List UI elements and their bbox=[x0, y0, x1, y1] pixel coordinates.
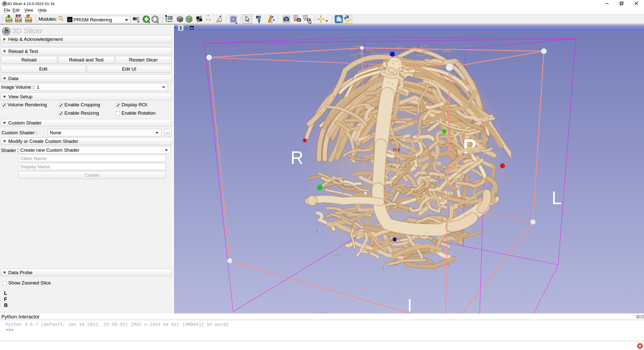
svg-text:I: I bbox=[407, 296, 412, 313]
svg-text:E: E bbox=[340, 19, 342, 23]
svg-text:1: 1 bbox=[179, 25, 182, 30]
svg-text:R: R bbox=[291, 148, 304, 168]
svg-text:*: * bbox=[206, 18, 207, 23]
svg-text:ROI: ROI bbox=[393, 148, 400, 152]
svg-text:DCM: DCM bbox=[16, 19, 21, 22]
svg-text:*: * bbox=[209, 18, 210, 23]
svg-text:SAVE: SAVE bbox=[25, 19, 32, 22]
svg-text:DATA: DATA bbox=[6, 19, 12, 22]
svg-text:*: * bbox=[207, 14, 209, 19]
svg-text:L: L bbox=[552, 188, 562, 208]
